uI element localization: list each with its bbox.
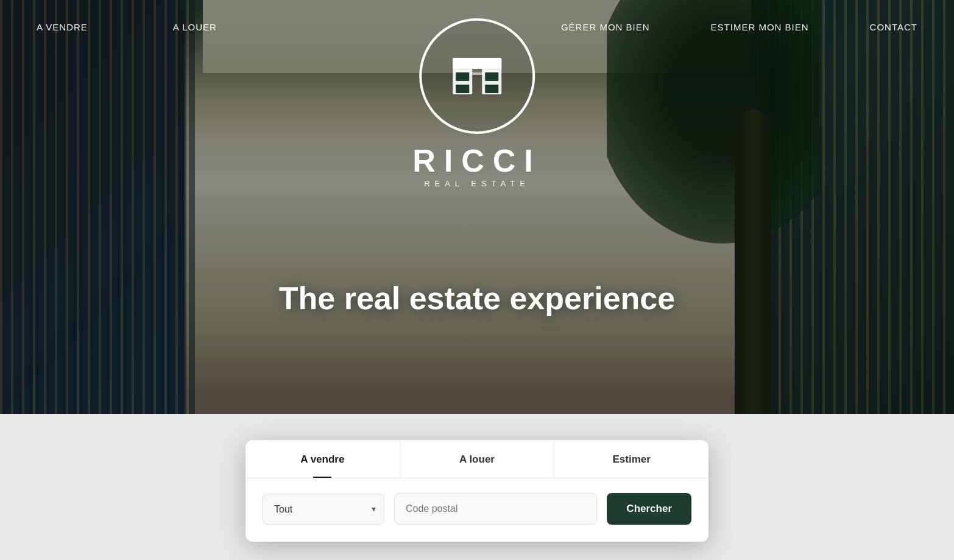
svg-rect-7	[470, 72, 484, 75]
svg-rect-3	[456, 72, 469, 81]
nav-a-louer[interactable]: A LOUER	[173, 22, 217, 32]
nav-a-vendre[interactable]: A VENDRE	[37, 22, 88, 32]
search-tabs: A vendre A louer Estimer	[246, 440, 708, 478]
logo-icon-svg	[443, 46, 511, 107]
postal-code-input[interactable]	[394, 493, 597, 525]
search-select-wrapper: Tout Appartement Maison Villa Bureau Com…	[263, 494, 384, 525]
logo-text-area: RICCI REAL ESTATE	[412, 145, 542, 188]
search-body: Tout Appartement Maison Villa Bureau Com…	[246, 478, 708, 542]
logo-container: RICCI REAL ESTATE	[412, 18, 542, 188]
search-panel: A vendre A louer Estimer Tout Appartemen…	[246, 440, 708, 542]
svg-rect-5	[456, 85, 469, 93]
tab-a-louer[interactable]: A louer	[400, 440, 555, 478]
nav-right: GÉRER MON BIEN ESTIMER MON BIEN CONTACT	[561, 22, 917, 32]
tab-estimer[interactable]: Estimer	[554, 440, 708, 478]
nav-left: A VENDRE A LOUER	[37, 22, 217, 32]
svg-rect-2	[453, 58, 501, 69]
logo-circle	[419, 18, 535, 134]
hero-tagline: The real estate experience	[279, 280, 675, 317]
nav-gerer[interactable]: GÉRER MON BIEN	[561, 22, 650, 32]
nav-estimer[interactable]: ESTIMER MON BIEN	[711, 22, 809, 32]
svg-rect-6	[485, 85, 498, 93]
property-type-select[interactable]: Tout Appartement Maison Villa Bureau Com…	[263, 494, 384, 525]
nav-contact[interactable]: CONTACT	[870, 22, 917, 32]
tab-a-vendre[interactable]: A vendre	[246, 440, 400, 478]
logo-subtitle: REAL ESTATE	[412, 179, 542, 188]
svg-rect-4	[485, 72, 498, 81]
logo-brand: RICCI	[412, 145, 542, 177]
search-button[interactable]: Chercher	[607, 493, 691, 525]
